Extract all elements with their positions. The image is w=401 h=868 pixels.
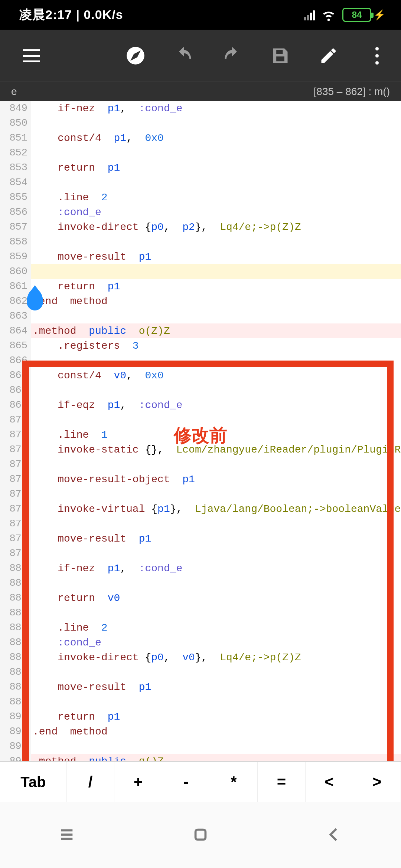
code-line[interactable]: 857 invoke-direct {p0, p2}, Lq4/e;->p(Z)… xyxy=(0,220,401,234)
code-line[interactable]: 867 const/4 v0, 0x0 xyxy=(0,368,401,383)
code-line[interactable]: 860 xyxy=(0,264,401,279)
code-text: .line 2 xyxy=(31,622,108,634)
edit-button[interactable] xyxy=(304,30,353,82)
save-button[interactable] xyxy=(256,30,304,82)
line-number: 851 xyxy=(0,132,31,144)
info-bar: e [835 – 862] : m() xyxy=(0,82,401,101)
code-text: .method public q()Z xyxy=(31,756,164,762)
key-/[interactable]: / xyxy=(67,762,115,802)
menu-button[interactable] xyxy=(7,30,56,82)
code-line[interactable]: 877 xyxy=(0,516,401,531)
code-line[interactable]: 888 move-result p1 xyxy=(0,680,401,694)
navigate-button[interactable] xyxy=(111,30,160,82)
line-number: 852 xyxy=(0,147,31,158)
code-line[interactable]: 893.method public q()Z xyxy=(0,754,401,761)
code-line[interactable]: 855 .line 2 xyxy=(0,190,401,205)
code-text: move-result p1 xyxy=(31,533,151,545)
line-number: 864 xyxy=(0,325,31,336)
line-number: 888 xyxy=(0,681,31,693)
code-line[interactable]: 876 invoke-virtual {p1}, Ljava/lang/Bool… xyxy=(0,502,401,516)
code-line[interactable]: 851 const/4 p1, 0x0 xyxy=(0,131,401,145)
code-line[interactable]: 853 return p1 xyxy=(0,160,401,175)
code-line[interactable]: 892 xyxy=(0,739,401,754)
line-number: 880 xyxy=(0,563,31,574)
code-line[interactable]: 865 .registers 3 xyxy=(0,338,401,353)
system-nav-bar xyxy=(0,802,401,868)
more-button[interactable] xyxy=(360,30,394,82)
line-number: 850 xyxy=(0,118,31,129)
back-button[interactable] xyxy=(326,826,343,845)
code-line[interactable]: 869 if-eqz p1, :cond_e xyxy=(0,398,401,412)
code-line[interactable]: 864.method public o(Z)Z xyxy=(0,323,401,338)
code-line[interactable]: 884 .line 2 xyxy=(0,620,401,635)
code-line[interactable]: 856 :cond_e xyxy=(0,205,401,220)
code-text: :cond_e xyxy=(31,207,101,218)
key-=[interactable]: = xyxy=(258,762,306,802)
code-line[interactable]: 880 if-nez p1, :cond_e xyxy=(0,561,401,576)
code-line[interactable]: 861 return p1 xyxy=(0,279,401,294)
key->[interactable]: > xyxy=(353,762,401,802)
code-line[interactable]: 887 xyxy=(0,665,401,680)
code-line[interactable]: 870 xyxy=(0,412,401,427)
code-line[interactable]: 866 xyxy=(0,353,401,368)
key-<[interactable]: < xyxy=(306,762,353,802)
code-line[interactable]: 874 move-result-object p1 xyxy=(0,472,401,487)
code-line[interactable]: 872 invoke-static {}, Lcom/zhangyue/iRea… xyxy=(0,442,401,457)
line-number: 874 xyxy=(0,474,31,485)
key--[interactable]: - xyxy=(162,762,210,802)
code-line[interactable]: 868 xyxy=(0,383,401,398)
code-line[interactable]: 882 return v0 xyxy=(0,591,401,605)
toolbar xyxy=(0,30,401,82)
code-text: if-eqz p1, :cond_e xyxy=(31,400,182,411)
code-line[interactable]: 858 xyxy=(0,234,401,249)
code-line[interactable]: 862.end method xyxy=(0,294,401,309)
code-line[interactable]: 885 :cond_e xyxy=(0,635,401,650)
line-number: 861 xyxy=(0,281,31,292)
code-line[interactable]: 886 invoke-direct {p0, v0}, Lq4/e;->p(Z)… xyxy=(0,650,401,665)
line-number: 881 xyxy=(0,578,31,589)
code-text: invoke-static {}, Lcom/zhangyue/iReader/… xyxy=(31,444,401,456)
code-line[interactable]: 890 return p1 xyxy=(0,709,401,724)
home-button[interactable] xyxy=(192,826,209,845)
code-line[interactable]: 850 xyxy=(0,116,401,131)
code-line[interactable]: 878 move-result p1 xyxy=(0,531,401,546)
undo-button[interactable] xyxy=(160,30,208,82)
line-number: 879 xyxy=(0,548,31,559)
code-text: return v0 xyxy=(31,592,120,604)
code-text: return p1 xyxy=(31,281,120,292)
code-text: const/4 p1, 0x0 xyxy=(31,132,164,144)
key-*[interactable]: * xyxy=(210,762,258,802)
wifi-icon xyxy=(322,8,336,22)
code-line[interactable]: 849 if-nez p1, :cond_e xyxy=(0,101,401,116)
key-tab[interactable]: Tab xyxy=(0,762,67,802)
code-line[interactable]: 852 xyxy=(0,145,401,160)
code-line[interactable]: 883 xyxy=(0,605,401,620)
signal-icon xyxy=(304,9,315,20)
code-line[interactable]: 859 move-result p1 xyxy=(0,249,401,264)
code-text: invoke-direct {p0, p2}, Lq4/e;->p(Z)Z xyxy=(31,221,301,233)
code-line[interactable]: 881 xyxy=(0,576,401,591)
line-number: 889 xyxy=(0,696,31,707)
code-text: move-result p1 xyxy=(31,251,151,263)
redo-button[interactable] xyxy=(208,30,256,82)
code-line[interactable]: 854 xyxy=(0,175,401,190)
line-number: 859 xyxy=(0,251,31,262)
line-number: 885 xyxy=(0,637,31,648)
code-line[interactable]: 891.end method xyxy=(0,724,401,739)
code-line[interactable]: 889 xyxy=(0,694,401,709)
code-text: move-result-object p1 xyxy=(31,474,195,485)
hamburger-icon xyxy=(23,49,40,62)
code-editor[interactable]: 849 if-nez p1, :cond_e850851 const/4 p1,… xyxy=(0,101,401,761)
code-line[interactable]: 871 .line 1 xyxy=(0,427,401,442)
recents-button[interactable] xyxy=(58,826,75,845)
code-line[interactable]: 875 xyxy=(0,487,401,502)
code-area[interactable]: 849 if-nez p1, :cond_e850851 const/4 p1,… xyxy=(0,101,401,761)
code-text: .end method xyxy=(31,726,108,737)
line-number: 876 xyxy=(0,503,31,514)
code-line[interactable]: 873 xyxy=(0,457,401,472)
line-number: 891 xyxy=(0,726,31,737)
key-+[interactable]: + xyxy=(114,762,162,802)
code-line[interactable]: 879 xyxy=(0,546,401,561)
code-line[interactable]: 863 xyxy=(0,309,401,323)
line-number: 855 xyxy=(0,192,31,203)
